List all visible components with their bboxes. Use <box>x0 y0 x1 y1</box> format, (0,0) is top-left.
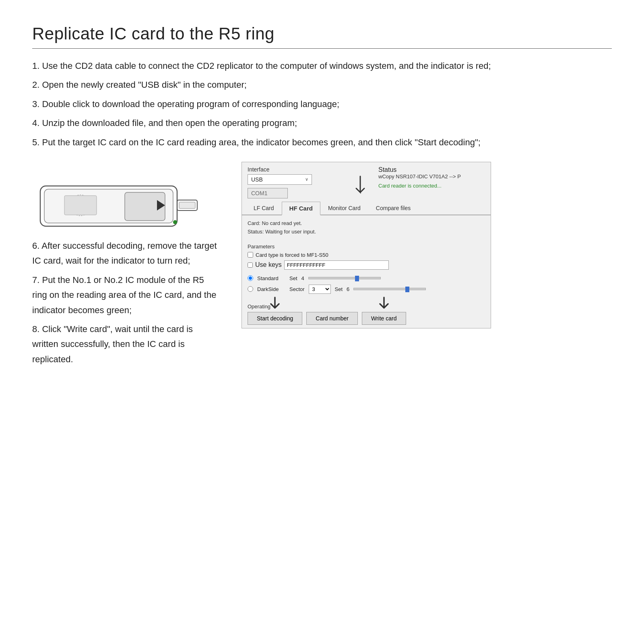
com-select[interactable]: COM1 <box>248 188 288 198</box>
tab-compare-files[interactable]: Compare files <box>368 202 418 215</box>
keys-row: Use keys <box>248 260 485 270</box>
interface-section: Interface USB ∨ COM1 <box>248 166 354 198</box>
tab-monitor-card[interactable]: Monitor Card <box>320 202 368 215</box>
tab-lf-card[interactable]: LF Card <box>246 202 282 215</box>
checkbox-use-keys[interactable] <box>248 262 253 268</box>
write-card-button[interactable]: Write card <box>362 312 406 325</box>
instructions-below: 6. After successful decoding, remove the… <box>32 238 217 367</box>
checkbox-mf1[interactable] <box>248 252 253 258</box>
svg-point-10 <box>173 220 177 224</box>
card-number-button[interactable]: Card number <box>306 312 358 325</box>
svg-rect-11 <box>64 196 97 215</box>
instruction-5: 5. Put the target IC card on the IC card… <box>32 135 604 150</box>
status-section: Status wCopy NSR107-IDIC V701A2 --> P Ca… <box>374 166 485 198</box>
tabs-row: LF Card HF Card Monitor Card Compare fil… <box>242 202 491 215</box>
chevron-down-icon: ∨ <box>305 177 308 182</box>
instructions-top: 1. Use the CD2 data cable to connect the… <box>32 58 604 150</box>
darkside-set-label: Set <box>335 286 343 292</box>
svg-rect-3 <box>179 202 195 208</box>
card-status-area: Card: No card read yet. Status: Waiting … <box>242 215 491 240</box>
checkbox-mf1-label: Card type is forced to MF1-S50 <box>256 252 328 258</box>
device-illustration <box>32 162 201 238</box>
darkside-slider-track[interactable] <box>353 288 426 290</box>
radio-darkside-label: DarkSide <box>257 286 285 292</box>
operating-section: Operating Start decoding Card <box>242 300 491 328</box>
standard-slider-thumb <box>355 276 359 281</box>
standard-slider-track[interactable] <box>308 277 381 279</box>
radio-standard[interactable] <box>248 275 253 281</box>
left-column: 6. After successful decoding, remove the… <box>32 162 217 371</box>
instruction-2: 2. Open the newly created "USB disk" in … <box>32 77 604 92</box>
panel-header: Interface USB ∨ COM1 Status <box>242 162 491 198</box>
operating-label: Operating <box>248 303 270 310</box>
parameters-label: Parameters <box>248 244 485 250</box>
radio-darkside[interactable] <box>248 286 253 292</box>
interface-label: Interface <box>248 166 354 173</box>
sector-label: Sector <box>289 286 305 292</box>
instruction-3: 3. Double click to download the operatin… <box>32 97 604 111</box>
standard-set-value: 4 <box>301 275 304 281</box>
card-status: Card: No card read yet. <box>248 219 485 228</box>
start-decoding-button[interactable]: Start decoding <box>248 312 302 325</box>
radio-standard-label: Standard <box>257 275 285 281</box>
com-value: COM1 <box>251 190 267 196</box>
darkside-set-value: 6 <box>347 286 349 292</box>
interface-value: USB <box>251 176 263 183</box>
sector-dropdown[interactable]: 3 0 1 2 <box>309 285 331 294</box>
title-divider <box>32 48 612 49</box>
page-title: Replicate IC card to the R5 ring <box>32 24 612 43</box>
status-version: wCopy NSR107-IDIC V701A2 --> P <box>378 173 485 180</box>
status-label: Status <box>378 166 396 173</box>
main-content: 6. After successful decoding, remove the… <box>32 162 612 371</box>
standard-radio-row: Standard Set 4 <box>248 275 485 281</box>
software-panel: Interface USB ∨ COM1 Status <box>242 162 491 328</box>
checkbox-use-keys-label: Use keys <box>255 261 282 268</box>
instruction-4: 4. Unzip the downloaded file, and then o… <box>32 116 604 130</box>
darkside-radio-row: DarkSide Sector 3 0 1 2 Set 6 <box>248 285 485 294</box>
waiting-status: Status: Waiting for user input. <box>248 228 485 236</box>
darkside-slider-thumb <box>405 287 409 292</box>
checkbox-mf1-row: Card type is forced to MF1-S50 <box>248 252 485 258</box>
right-column: Interface USB ∨ COM1 Status <box>242 162 612 328</box>
parameters-section: Parameters Card type is forced to MF1-S5… <box>242 240 491 300</box>
interface-dropdown[interactable]: USB ∨ <box>248 174 312 185</box>
status-connected: Card reader is connected... <box>378 183 442 189</box>
instruction-8: 8. Click "Write card", wait until the ca… <box>32 322 217 367</box>
instruction-7: 7. Put the No.1 or No.2 IC module of the… <box>32 272 217 318</box>
tab-hf-card[interactable]: HF Card <box>282 202 320 215</box>
standard-set-label: Set <box>289 275 297 281</box>
instruction-1: 1. Use the CD2 data cable to connect the… <box>32 58 604 73</box>
instruction-6: 6. After successful decoding, remove the… <box>32 238 217 268</box>
keys-input[interactable] <box>284 260 389 270</box>
